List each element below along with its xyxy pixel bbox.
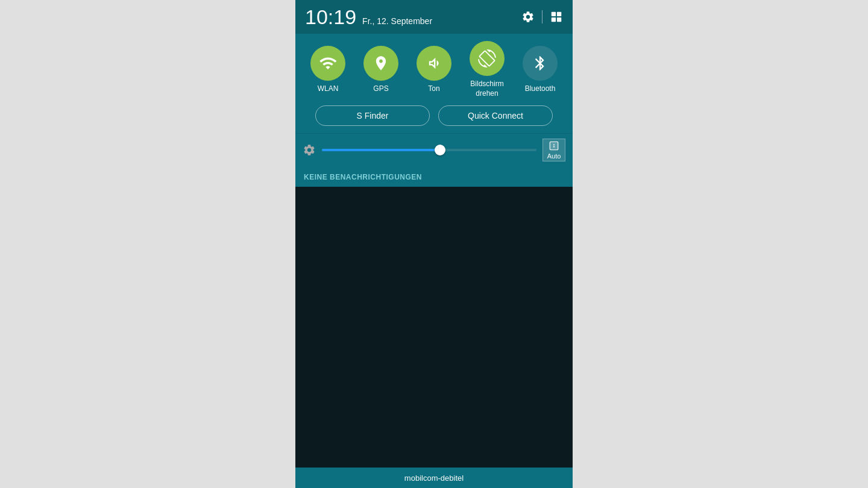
bildschirm-circle	[470, 41, 505, 76]
action-buttons-row: S Finder Quick Connect	[295, 105, 573, 133]
toggle-bluetooth[interactable]: Bluetooth	[516, 46, 564, 94]
gps-label: GPS	[373, 84, 388, 94]
time-date: 10:19 Fr., 12. September	[305, 7, 432, 27]
wlan-label: WLAN	[318, 84, 339, 94]
status-bar: 10:19 Fr., 12. September	[295, 0, 573, 34]
gps-circle	[363, 46, 398, 81]
date-display: Fr., 12. September	[362, 16, 432, 26]
auto-brightness-button[interactable]: Auto	[542, 139, 565, 161]
bluetooth-label: Bluetooth	[525, 84, 556, 94]
settings-icon[interactable]	[521, 10, 535, 23]
grid-icon[interactable]	[550, 10, 563, 23]
bottom-bar: mobilcom-debitel	[295, 468, 573, 488]
toggle-wlan[interactable]: WLAN	[304, 46, 352, 94]
svg-rect-4	[550, 142, 558, 150]
slider-thumb	[435, 145, 445, 155]
bluetooth-circle	[523, 46, 558, 81]
notification-content	[295, 187, 573, 468]
svg-point-5	[553, 146, 555, 148]
ton-label: Ton	[428, 84, 439, 94]
brightness-slider[interactable]	[322, 144, 536, 156]
s-finder-button[interactable]: S Finder	[315, 105, 430, 126]
time-display: 10:19	[305, 7, 356, 27]
svg-rect-2	[552, 17, 556, 22]
toggle-bildschirm[interactable]: Bildschirm drehen	[463, 41, 511, 98]
svg-rect-3	[557, 17, 561, 22]
phone-frame: 10:19 Fr., 12. September	[295, 0, 573, 488]
bildschirm-label: Bildschirm drehen	[463, 80, 511, 98]
notification-header: KEINE BENACHRICHTIGUNGEN	[295, 166, 573, 187]
status-icons	[521, 10, 563, 23]
quick-connect-button[interactable]: Quick Connect	[438, 105, 553, 126]
auto-label: Auto	[547, 152, 561, 160]
brightness-row: Auto	[295, 133, 573, 166]
carrier-name: mobilcom-debitel	[404, 474, 464, 483]
wlan-circle	[310, 46, 345, 81]
quick-settings-panel: WLAN GPS Ton	[295, 34, 573, 105]
divider	[542, 10, 542, 23]
notification-title: KEINE BENACHRICHTIGUNGEN	[304, 173, 422, 181]
brightness-icon	[303, 143, 316, 157]
ton-circle	[417, 46, 451, 81]
svg-rect-0	[552, 12, 556, 16]
svg-rect-1	[557, 12, 561, 16]
slider-track	[322, 149, 536, 151]
slider-fill	[322, 149, 440, 151]
toggle-ton[interactable]: Ton	[410, 46, 458, 94]
toggle-gps[interactable]: GPS	[357, 46, 405, 94]
